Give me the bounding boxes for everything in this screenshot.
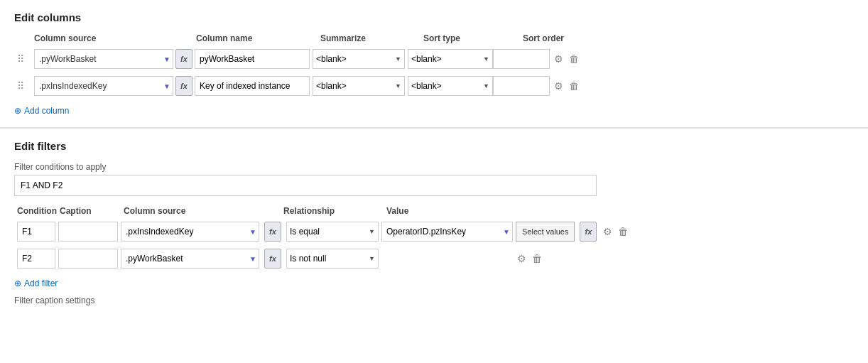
add-filter-link[interactable]: ⊕ Add filter bbox=[14, 278, 58, 288]
filter-delete-icon-button[interactable]: 🗑 bbox=[531, 251, 543, 266]
columns-header-row: Column source Column name Summarize Sort… bbox=[14, 33, 854, 43]
drag-handle[interactable]: ⠿ bbox=[17, 53, 34, 65]
column-row: ⠿ ▼ fx <blank> <blank> ⚙ 🗑 bbox=[14, 48, 854, 70]
filter-caption-input[interactable] bbox=[58, 222, 118, 242]
column-source-input[interactable] bbox=[34, 76, 173, 96]
column-row: ⠿ ▼ fx <blank> <blank> ⚙ 🗑 bbox=[14, 75, 854, 97]
filter-relationship-select[interactable]: Is equal Is not null bbox=[286, 222, 379, 242]
settings-icon-button[interactable]: ⚙ bbox=[553, 52, 565, 66]
edit-columns-title: Edit columns bbox=[14, 11, 854, 23]
sorttype-select[interactable]: <blank> bbox=[408, 76, 493, 96]
filter-settings-icon-button[interactable]: ⚙ bbox=[602, 224, 614, 239]
add-column-icon: ⊕ bbox=[14, 106, 21, 116]
column-name-input[interactable] bbox=[195, 76, 310, 96]
column-name-input[interactable] bbox=[195, 49, 310, 69]
filter-relationship-wrap: Is equal Is not null bbox=[286, 222, 379, 242]
filter-source-wrap: ▼ bbox=[121, 222, 259, 242]
filter-row: ▼ fx Is equal Is not null ▼ Select value… bbox=[14, 220, 854, 243]
col-source-header: Column source bbox=[34, 33, 176, 43]
sorttype-select[interactable]: <blank> bbox=[408, 49, 493, 69]
source-input-wrap: ▼ bbox=[34, 76, 173, 96]
filter-source-wrap: ▼ bbox=[121, 249, 259, 269]
summarize-wrap: <blank> bbox=[313, 76, 405, 96]
filter-relationship-select[interactable]: Is not null Is equal bbox=[286, 249, 379, 269]
filter-caption-input[interactable] bbox=[58, 249, 118, 269]
add-filter-icon: ⊕ bbox=[14, 278, 21, 288]
filter-caption-settings[interactable]: Filter caption settings bbox=[14, 296, 854, 305]
select-values-button[interactable]: Select values bbox=[516, 222, 575, 242]
sorttype-wrap: <blank> bbox=[408, 49, 493, 69]
drag-handle[interactable]: ⠿ bbox=[17, 80, 34, 92]
row-actions: ⚙ 🗑 bbox=[553, 52, 580, 66]
col-name-header: Column name bbox=[196, 33, 320, 43]
col-sorttype-header: Sort type bbox=[423, 33, 523, 43]
fx-button[interactable]: fx bbox=[175, 49, 192, 69]
sortorder-input[interactable] bbox=[493, 49, 550, 69]
filter-row-actions: ⚙ 🗑 bbox=[516, 251, 543, 266]
add-column-label: Add column bbox=[24, 106, 69, 116]
add-column-link[interactable]: ⊕ Add column bbox=[14, 106, 69, 116]
col-summarize-header: Summarize bbox=[320, 33, 423, 43]
summarize-select[interactable]: <blank> bbox=[313, 49, 405, 69]
filter-condition-input[interactable] bbox=[17, 249, 55, 269]
sorttype-wrap: <blank> bbox=[408, 76, 493, 96]
settings-icon-button[interactable]: ⚙ bbox=[553, 79, 565, 93]
row-actions: ⚙ 🗑 bbox=[553, 79, 580, 93]
filter-relationship-header: Relationship bbox=[283, 206, 386, 216]
col-sortorder-header: Sort order bbox=[523, 33, 615, 43]
edit-filters-section: Edit filters Filter conditions to apply … bbox=[0, 129, 868, 317]
edit-columns-section: Edit columns Column source Column name S… bbox=[0, 0, 868, 127]
filter-value-fx-button[interactable]: fx bbox=[580, 222, 597, 242]
delete-icon-button[interactable]: 🗑 bbox=[568, 52, 580, 66]
filter-colsource-header: Column source bbox=[124, 206, 262, 216]
filter-row: ▼ fx Is not null Is equal ⚙ 🗑 bbox=[14, 247, 854, 270]
filter-row-actions: ⚙ 🗑 bbox=[602, 224, 629, 239]
filter-relationship-wrap: Is not null Is equal bbox=[286, 249, 379, 269]
filter-value-input[interactable] bbox=[381, 222, 513, 242]
filter-value-wrap: ▼ bbox=[381, 222, 513, 242]
summarize-select[interactable]: <blank> bbox=[313, 76, 405, 96]
filter-source-input[interactable] bbox=[121, 222, 259, 242]
sortorder-input[interactable] bbox=[493, 76, 550, 96]
filter-settings-icon-button[interactable]: ⚙ bbox=[516, 251, 528, 266]
filter-value-header: Value bbox=[386, 206, 543, 216]
filter-delete-icon-button[interactable]: 🗑 bbox=[617, 224, 629, 239]
filter-caption-header: Caption bbox=[60, 206, 124, 216]
add-filter-label: Add filter bbox=[24, 278, 58, 288]
filter-source-input[interactable] bbox=[121, 249, 259, 269]
source-input-wrap: ▼ bbox=[34, 49, 173, 69]
edit-filters-title: Edit filters bbox=[14, 140, 854, 152]
filter-fx-button[interactable]: fx bbox=[264, 249, 281, 269]
summarize-wrap: <blank> bbox=[313, 49, 405, 69]
column-source-input[interactable] bbox=[34, 49, 173, 69]
filter-condition-input[interactable] bbox=[17, 222, 55, 242]
filter-condition-header: Condition bbox=[17, 206, 60, 216]
delete-icon-button[interactable]: 🗑 bbox=[568, 79, 580, 93]
filter-header-row: Condition Caption Column source Relation… bbox=[14, 206, 854, 216]
fx-button[interactable]: fx bbox=[175, 76, 192, 96]
filter-conditions-label: Filter conditions to apply bbox=[14, 162, 854, 172]
filter-fx-button[interactable]: fx bbox=[264, 222, 281, 242]
filter-conditions-input[interactable] bbox=[14, 175, 597, 196]
